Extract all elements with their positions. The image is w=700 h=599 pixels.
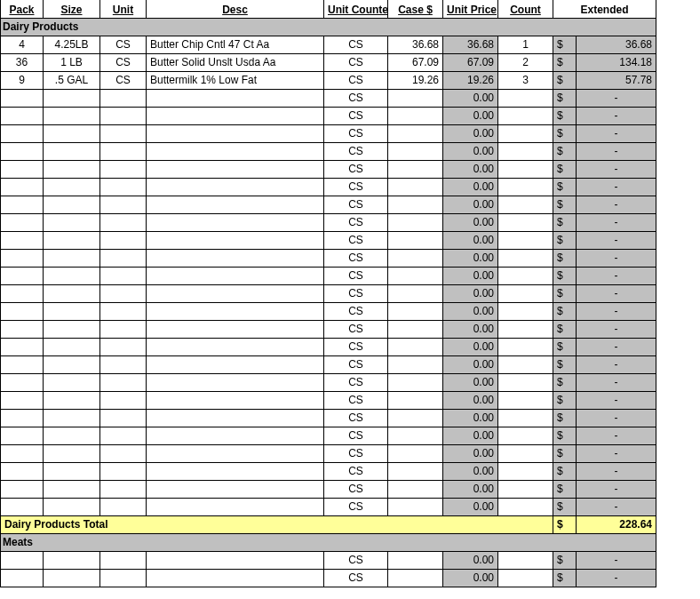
cell-unit[interactable]	[100, 196, 147, 213]
cell-unit-counted[interactable]: CS	[324, 53, 388, 71]
cell-case-s[interactable]	[388, 231, 443, 249]
cell-pack[interactable]	[1, 124, 44, 142]
cell-unit[interactable]	[100, 498, 147, 515]
cell-unit[interactable]	[100, 391, 147, 409]
cell-size[interactable]	[44, 107, 100, 124]
cell-unit-price[interactable]: 0.00	[443, 409, 498, 427]
cell-case-s[interactable]	[388, 391, 443, 409]
cell-count[interactable]: 3	[498, 71, 553, 89]
cell-unit[interactable]	[100, 462, 147, 480]
cell-desc[interactable]	[147, 196, 324, 213]
cell-unit-price[interactable]: 0.00	[443, 569, 498, 587]
cell-unit-price[interactable]: 0.00	[443, 124, 498, 142]
cell-unit[interactable]	[100, 213, 147, 231]
cell-unit-price[interactable]: 0.00	[443, 338, 498, 355]
cell-unit-counted[interactable]: CS	[324, 36, 388, 53]
cell-pack[interactable]	[1, 231, 44, 249]
cell-desc[interactable]	[147, 89, 324, 107]
cell-size[interactable]	[44, 178, 100, 196]
cell-count[interactable]	[498, 480, 553, 498]
cell-desc[interactable]: Buttermilk 1% Low Fat	[147, 71, 324, 89]
cell-unit[interactable]	[100, 178, 147, 196]
cell-unit-counted[interactable]: CS	[324, 391, 388, 409]
cell-unit-counted[interactable]: CS	[324, 302, 388, 320]
cell-unit-counted[interactable]: CS	[324, 569, 388, 587]
cell-case-s[interactable]	[388, 480, 443, 498]
cell-case-s[interactable]	[388, 284, 443, 302]
cell-pack[interactable]	[1, 338, 44, 355]
cell-pack[interactable]: 9	[1, 71, 44, 89]
cell-unit-price[interactable]: 0.00	[443, 249, 498, 267]
cell-size[interactable]	[44, 462, 100, 480]
cell-size[interactable]	[44, 355, 100, 373]
cell-unit-counted[interactable]: CS	[324, 107, 388, 124]
cell-unit[interactable]	[100, 142, 147, 160]
cell-unit-counted[interactable]: CS	[324, 373, 388, 391]
cell-desc[interactable]	[147, 409, 324, 427]
cell-case-s[interactable]	[388, 89, 443, 107]
cell-desc[interactable]	[147, 498, 324, 515]
cell-case-s[interactable]	[388, 142, 443, 160]
cell-desc[interactable]	[147, 231, 324, 249]
cell-unit[interactable]	[100, 107, 147, 124]
cell-unit-price[interactable]: 67.09	[443, 53, 498, 71]
cell-pack[interactable]	[1, 444, 44, 462]
cell-case-s[interactable]	[388, 107, 443, 124]
cell-unit-price[interactable]: 0.00	[443, 320, 498, 338]
cell-desc[interactable]	[147, 569, 324, 587]
cell-unit-counted[interactable]: CS	[324, 320, 388, 338]
cell-size[interactable]: .5 GAL	[44, 71, 100, 89]
cell-count[interactable]	[498, 284, 553, 302]
cell-size[interactable]	[44, 284, 100, 302]
cell-unit-counted[interactable]: CS	[324, 409, 388, 427]
cell-count[interactable]	[498, 427, 553, 444]
cell-unit-counted[interactable]: CS	[324, 178, 388, 196]
cell-desc[interactable]	[147, 427, 324, 444]
cell-unit-counted[interactable]: CS	[324, 551, 388, 569]
cell-count[interactable]	[498, 338, 553, 355]
cell-unit[interactable]: CS	[100, 71, 147, 89]
cell-count[interactable]	[498, 249, 553, 267]
cell-unit-counted[interactable]: CS	[324, 498, 388, 515]
cell-count[interactable]	[498, 498, 553, 515]
cell-count[interactable]	[498, 213, 553, 231]
header-extended[interactable]: Extended	[553, 0, 656, 18]
cell-pack[interactable]	[1, 427, 44, 444]
cell-count[interactable]	[498, 160, 553, 178]
cell-unit[interactable]	[100, 267, 147, 284]
header-count[interactable]: Count	[498, 0, 553, 18]
cell-desc[interactable]	[147, 355, 324, 373]
cell-pack[interactable]	[1, 284, 44, 302]
cell-size[interactable]	[44, 551, 100, 569]
cell-unit-price[interactable]: 0.00	[443, 498, 498, 515]
cell-desc[interactable]	[147, 338, 324, 355]
cell-pack[interactable]	[1, 551, 44, 569]
cell-case-s[interactable]	[388, 355, 443, 373]
cell-case-s[interactable]	[388, 178, 443, 196]
cell-size[interactable]	[44, 391, 100, 409]
cell-unit-price[interactable]: 0.00	[443, 231, 498, 249]
cell-unit[interactable]	[100, 427, 147, 444]
cell-unit-counted[interactable]: CS	[324, 355, 388, 373]
cell-unit[interactable]	[100, 160, 147, 178]
cell-pack[interactable]: 36	[1, 53, 44, 71]
cell-unit[interactable]: CS	[100, 36, 147, 53]
cell-pack[interactable]	[1, 569, 44, 587]
cell-unit[interactable]	[100, 302, 147, 320]
cell-size[interactable]	[44, 142, 100, 160]
cell-size[interactable]	[44, 444, 100, 462]
cell-unit-price[interactable]: 0.00	[443, 551, 498, 569]
cell-desc[interactable]	[147, 267, 324, 284]
cell-size[interactable]	[44, 427, 100, 444]
header-size[interactable]: Size	[44, 0, 100, 18]
cell-unit-price[interactable]: 0.00	[443, 284, 498, 302]
cell-size[interactable]	[44, 160, 100, 178]
header-case-s[interactable]: Case $	[388, 0, 443, 18]
cell-unit[interactable]	[100, 569, 147, 587]
cell-size[interactable]	[44, 302, 100, 320]
header-unit-counted[interactable]: Unit Counted	[324, 0, 388, 18]
cell-unit-price[interactable]: 0.00	[443, 427, 498, 444]
cell-unit[interactable]	[100, 409, 147, 427]
cell-unit[interactable]	[100, 124, 147, 142]
cell-unit-counted[interactable]: CS	[324, 160, 388, 178]
